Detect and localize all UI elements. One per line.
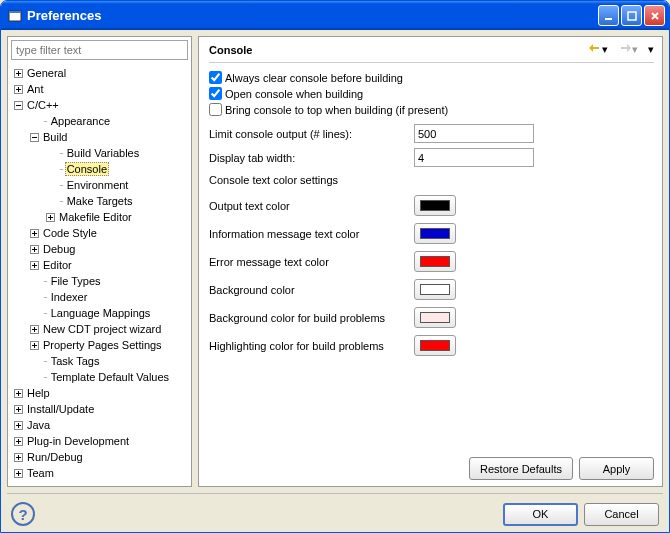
tree-item-label: C/C++ (25, 99, 61, 111)
tree-item[interactable]: ···File Types (8, 273, 191, 289)
limit-lines-input[interactable] (414, 124, 534, 143)
cancel-button[interactable]: Cancel (584, 503, 659, 526)
tree-item[interactable]: Team (8, 465, 191, 481)
tree-expander-icon[interactable] (28, 243, 40, 255)
tree-expander-icon[interactable] (28, 323, 40, 335)
tree-expander-icon[interactable] (12, 467, 24, 479)
tree-item[interactable]: ···Environment (8, 177, 191, 193)
tree-item[interactable]: Run/Debug (8, 449, 191, 465)
tree-item[interactable]: Debug (8, 241, 191, 257)
tree-item[interactable]: ···Appearance (8, 113, 191, 129)
tree-item-label: Task Tags (49, 355, 102, 367)
tree-item-label: Plug-in Development (25, 435, 131, 447)
tree-item[interactable]: ···Indexer (8, 289, 191, 305)
hl-problems-color-button[interactable] (414, 335, 456, 356)
maximize-button[interactable] (621, 5, 642, 26)
tree-item[interactable]: ···Console (8, 161, 191, 177)
apply-button[interactable]: Apply (579, 457, 654, 480)
tree-item[interactable]: Build (8, 129, 191, 145)
tree-item-label: Language Mappings (49, 307, 153, 319)
tree-expander-icon[interactable] (28, 227, 40, 239)
tree-expander-icon[interactable] (28, 131, 40, 143)
tree-item[interactable]: ···Task Tags (8, 353, 191, 369)
tree-expander-icon[interactable] (12, 99, 24, 111)
window-title: Preferences (27, 8, 596, 23)
tree-item-label: Property Pages Settings (41, 339, 164, 351)
bg-problems-color-button[interactable] (414, 307, 456, 328)
tree-item[interactable]: ···Language Mappings (8, 305, 191, 321)
tree-expander-icon[interactable] (12, 67, 24, 79)
bring-to-top-checkbox[interactable] (209, 103, 222, 116)
sidebar: GeneralAntC/C++···AppearanceBuild···Buil… (7, 36, 192, 487)
filter-input[interactable] (11, 40, 188, 60)
tree-expander-icon[interactable] (12, 403, 24, 415)
tree-item[interactable]: Makefile Editor (8, 209, 191, 225)
tree-item-label: Help (25, 387, 52, 399)
tree-expander-icon[interactable] (28, 339, 40, 351)
tab-width-input[interactable] (414, 148, 534, 167)
open-console-checkbox[interactable] (209, 87, 222, 100)
tree-item[interactable]: Property Pages Settings (8, 337, 191, 353)
tree-item[interactable]: C/C++ (8, 97, 191, 113)
tree-expander-icon[interactable] (12, 387, 24, 399)
background-color-label: Background color (209, 284, 414, 296)
info-color-button[interactable] (414, 223, 456, 244)
svg-rect-21 (621, 47, 627, 49)
tree-expander-icon[interactable] (12, 435, 24, 447)
tree-item-label: Makefile Editor (57, 211, 134, 223)
tree-item[interactable]: ···Build Variables (8, 145, 191, 161)
tree-item[interactable]: Ant (8, 81, 191, 97)
info-color-label: Information message text color (209, 228, 414, 240)
page-title: Console (209, 44, 588, 56)
tree-item[interactable]: ···Make Targets (8, 193, 191, 209)
forward-icon: ▾ (618, 43, 638, 56)
tree-item[interactable]: General (8, 65, 191, 81)
back-icon[interactable]: ▾ (588, 43, 608, 56)
tree-item[interactable]: New CDT project wizard (8, 321, 191, 337)
tree-item-label: Install/Update (25, 403, 96, 415)
tree-item[interactable]: Editor (8, 257, 191, 273)
svg-rect-2 (605, 18, 612, 20)
tree-item-label: Run/Debug (25, 451, 85, 463)
tree-item[interactable]: Plug-in Development (8, 433, 191, 449)
tree-expander-icon[interactable] (44, 211, 56, 223)
titlebar[interactable]: Preferences (1, 1, 669, 30)
tab-width-label: Display tab width: (209, 152, 414, 164)
bring-to-top-label: Bring console to top when building (if p… (225, 104, 448, 116)
tree-item[interactable]: Java (8, 417, 191, 433)
tree-item[interactable]: Install/Update (8, 401, 191, 417)
help-icon[interactable]: ? (11, 502, 35, 526)
restore-defaults-button[interactable]: Restore Defaults (469, 457, 573, 480)
tree-expander-icon[interactable] (12, 419, 24, 431)
color-section-label: Console text color settings (209, 174, 654, 186)
preferences-page: Console ▾ ▾ ▾ Always clear console befor… (198, 36, 663, 487)
bg-problems-color-label: Background color for build problems (209, 312, 414, 324)
tree-expander-icon[interactable] (28, 259, 40, 271)
preferences-tree[interactable]: GeneralAntC/C++···AppearanceBuild···Buil… (8, 63, 191, 486)
tree-item[interactable]: ···Template Default Values (8, 369, 191, 385)
error-color-button[interactable] (414, 251, 456, 272)
svg-rect-20 (593, 47, 599, 49)
always-clear-checkbox[interactable] (209, 71, 222, 84)
tree-expander-icon[interactable] (12, 83, 24, 95)
output-color-button[interactable] (414, 195, 456, 216)
tree-item-label: Make Targets (65, 195, 135, 207)
close-button[interactable] (644, 5, 665, 26)
tree-item[interactable]: Help (8, 385, 191, 401)
always-clear-label: Always clear console before building (225, 72, 403, 84)
background-color-button[interactable] (414, 279, 456, 300)
tree-item-label: Code Style (41, 227, 99, 239)
tree-item-label: Indexer (49, 291, 90, 303)
open-console-label: Open console when building (225, 88, 363, 100)
ok-button[interactable]: OK (503, 503, 578, 526)
tree-item[interactable]: Code Style (8, 225, 191, 241)
minimize-button[interactable] (598, 5, 619, 26)
tree-item-label: Debug (41, 243, 77, 255)
tree-item-label: Environment (65, 179, 131, 191)
tree-expander-icon[interactable] (12, 451, 24, 463)
menu-icon[interactable]: ▾ (648, 43, 654, 56)
output-color-label: Output text color (209, 200, 414, 212)
tree-item-label: Build Variables (65, 147, 142, 159)
tree-item-label: Editor (41, 259, 74, 271)
limit-lines-label: Limit console output (# lines): (209, 128, 414, 140)
